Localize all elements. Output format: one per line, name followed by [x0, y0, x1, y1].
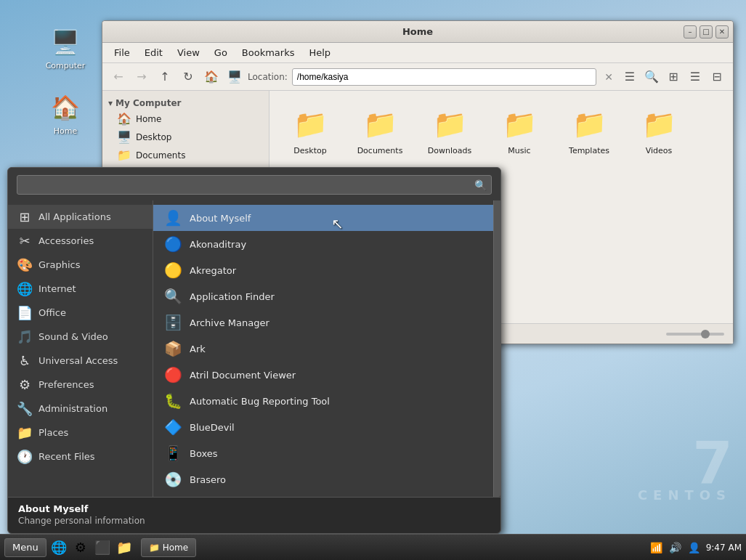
- sidebar-item-documents[interactable]: 📁 Documents: [102, 146, 269, 164]
- file-label-music: Music: [508, 146, 530, 155]
- category-internet[interactable]: 🌐 Internet: [8, 277, 153, 301]
- reload-button[interactable]: ↻: [178, 67, 198, 87]
- app-item-akregator[interactable]: 🟡 Akregator: [153, 257, 493, 283]
- centos-branding: 7 CENTOS: [638, 434, 731, 502]
- file-item-videos[interactable]: 📁 Videos: [630, 102, 688, 158]
- user-tray-icon[interactable]: 👤: [687, 540, 702, 555]
- app-item-boxes[interactable]: 📱 Boxes: [153, 440, 493, 466]
- volume-tray-icon[interactable]: 🔊: [668, 540, 683, 555]
- home-folder-icon: 🏠: [48, 90, 83, 125]
- app-menu-footer: About Myself Change personal information: [8, 497, 500, 533]
- sound-video-icon: 🎵: [17, 329, 33, 344]
- menu-view[interactable]: View: [171, 46, 206, 60]
- file-label-documents: Documents: [357, 146, 403, 155]
- view-search-button[interactable]: 🔍: [641, 67, 662, 87]
- sidebar-item-desktop[interactable]: 🖥️ Desktop: [102, 128, 269, 146]
- app-item-bug-report[interactable]: 🐛 Automatic Bug Reporting Tool: [153, 388, 493, 414]
- category-accessories[interactable]: ✂️ Accessories: [8, 229, 153, 253]
- app-label-ark: Ark: [190, 344, 483, 354]
- taskbar-app-home[interactable]: 📁 Home: [141, 538, 196, 557]
- category-office[interactable]: 📄 Office: [8, 301, 153, 325]
- home-button[interactable]: 🏠: [201, 67, 222, 87]
- taskbar-firefox-icon[interactable]: 🌐: [49, 538, 68, 557]
- desktop-icon-home[interactable]: 🏠 Home: [40, 87, 91, 139]
- app-item-about-myself[interactable]: 👤 About Myself: [153, 205, 493, 231]
- templates-folder-icon: 📁: [570, 105, 608, 143]
- category-preferences[interactable]: ⚙️ Preferences: [8, 373, 153, 397]
- location-label: Location:: [248, 72, 288, 82]
- search-inner: 🔍: [17, 175, 492, 195]
- app-item-archive-manager[interactable]: 🗄️ Archive Manager: [153, 309, 493, 336]
- music-folder-icon: 📁: [500, 105, 538, 143]
- zoom-track[interactable]: [666, 333, 724, 336]
- zoom-thumb[interactable]: [701, 330, 710, 338]
- category-places[interactable]: 📁 Places: [8, 421, 153, 445]
- category-graphics[interactable]: 🎨 Graphics: [8, 253, 153, 277]
- category-all-applications[interactable]: ⊞ All Applications: [8, 205, 153, 229]
- app-item-akonaditray[interactable]: 🔵 Akonaditray: [153, 231, 493, 257]
- app-label-boxes: Boxes: [190, 448, 483, 459]
- file-item-documents[interactable]: 📁 Documents: [351, 102, 409, 158]
- category-places-label: Places: [38, 427, 68, 438]
- category-universal-access[interactable]: ♿ Universal Access: [8, 349, 153, 373]
- icon-view-button[interactable]: ⊞: [663, 67, 684, 87]
- akonaditray-icon: 🔵: [163, 235, 182, 253]
- app-item-ark[interactable]: 📦 Ark: [153, 336, 493, 362]
- app-label-bluedevil: BlueDevil: [190, 422, 483, 433]
- toggle-sidebar-button[interactable]: ☰: [620, 67, 640, 87]
- sidebar-desktop-icon: 🖥️: [117, 130, 131, 144]
- file-item-desktop[interactable]: 📁 Desktop: [281, 102, 339, 158]
- app-menu-categories: ⊞ All Applications ✂️ Accessories 🎨 Grap…: [8, 200, 153, 497]
- category-recent-files[interactable]: 🕐 Recent Files: [8, 445, 153, 468]
- file-manager-toolbar: ← → ↑ ↻ 🏠 🖥️ Location: ✕ ☰ 🔍 ⊞ ☰ ⊟: [102, 63, 733, 91]
- menu-edit[interactable]: Edit: [139, 46, 169, 60]
- sidebar-section-header: ▾ My Computer: [102, 97, 269, 110]
- file-manager-menubar: File Edit View Go Bookmarks Help: [102, 43, 733, 63]
- close-button[interactable]: ✕: [715, 25, 729, 38]
- maximize-button[interactable]: □: [700, 25, 713, 38]
- network-tray-icon[interactable]: 📶: [649, 540, 664, 555]
- app-menu-search-area: 🔍: [8, 168, 500, 200]
- app-menu-scrollbar[interactable]: [493, 200, 500, 497]
- forward-button[interactable]: →: [131, 67, 152, 87]
- desktop-folder-icon: 📁: [291, 105, 329, 143]
- app-item-bluedevil[interactable]: 🔷 BlueDevil: [153, 414, 493, 440]
- back-button[interactable]: ←: [108, 67, 129, 87]
- app-item-application-finder[interactable]: 🔍 Application Finder: [153, 283, 493, 309]
- desktop: 🖥️ Computer 🏠 Home 7 CENTOS Home – □ ✕ F…: [0, 0, 746, 560]
- taskbar-folder-icon[interactable]: 📁: [115, 538, 134, 557]
- file-item-downloads[interactable]: 📁 Downloads: [421, 102, 479, 158]
- app-item-atril[interactable]: 🔴 Atril Document Viewer: [153, 362, 493, 388]
- location-clear-button[interactable]: ✕: [601, 69, 617, 85]
- sidebar-home-icon: 🏠: [117, 112, 131, 126]
- app-item-brasero[interactable]: 💿 Brasero: [153, 466, 493, 492]
- file-item-music[interactable]: 📁 Music: [490, 102, 548, 158]
- internet-icon: 🌐: [17, 281, 33, 296]
- app-menu-apps-list: 👤 About Myself 🔵 Akonaditray 🟡 Akregator…: [153, 200, 493, 497]
- app-menu-body: ⊞ All Applications ✂️ Accessories 🎨 Grap…: [8, 200, 500, 497]
- file-label-templates: Templates: [569, 146, 609, 155]
- menu-go[interactable]: Go: [208, 46, 233, 60]
- file-label-desktop: Desktop: [293, 146, 326, 155]
- menu-bookmarks[interactable]: Bookmarks: [236, 46, 301, 60]
- desktop-icon-computer[interactable]: 🖥️ Computer: [40, 22, 91, 73]
- sidebar-item-home[interactable]: 🏠 Home: [102, 110, 269, 128]
- compact-view-button[interactable]: ⊟: [707, 67, 727, 87]
- location-input[interactable]: [292, 68, 596, 86]
- category-sound-video[interactable]: 🎵 Sound & Video: [8, 325, 153, 349]
- menu-file[interactable]: File: [108, 46, 136, 60]
- up-button[interactable]: ↑: [155, 67, 175, 87]
- app-search-input[interactable]: [22, 177, 474, 192]
- app-label-akonaditray: Akonaditray: [190, 239, 483, 250]
- minimize-button[interactable]: –: [684, 25, 697, 38]
- menu-button[interactable]: Menu: [4, 538, 46, 557]
- menu-help[interactable]: Help: [303, 46, 336, 60]
- computer-button[interactable]: 🖥️: [224, 67, 245, 87]
- category-administration[interactable]: 🔧 Administration: [8, 397, 153, 421]
- footer-app-desc: Change personal information: [18, 516, 490, 526]
- file-label-downloads: Downloads: [428, 146, 471, 155]
- list-view-button[interactable]: ☰: [685, 67, 705, 87]
- file-item-templates[interactable]: 📁 Templates: [560, 102, 618, 158]
- taskbar-settings-icon[interactable]: ⚙️: [71, 538, 90, 557]
- taskbar-terminal-icon[interactable]: ⬛: [93, 538, 112, 557]
